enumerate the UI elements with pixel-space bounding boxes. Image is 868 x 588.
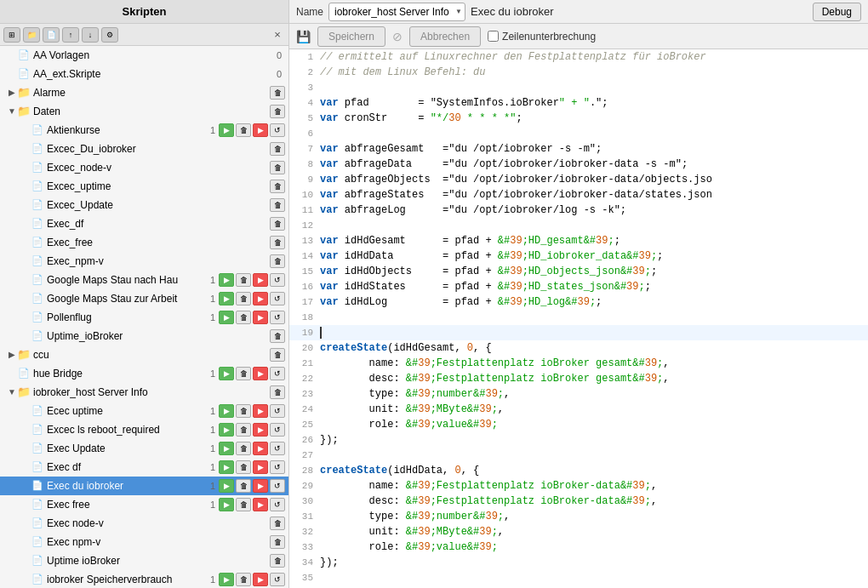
toolbar-download-btn[interactable]: ↓ xyxy=(82,27,99,43)
tree-item-exec-npm-v2[interactable]: 📄Exec npm-v🗑 xyxy=(0,533,288,551)
run-button[interactable]: ▶ xyxy=(219,123,234,137)
tree-container[interactable]: 📄AA Vorlagen0📄AA_ext.Skripte0▶📁Alarme🗑▼📁… xyxy=(0,46,288,588)
name-select[interactable]: iobroker_host Server Info xyxy=(328,3,465,21)
delete-button[interactable]: 🗑 xyxy=(270,142,285,156)
delete-button[interactable]: 🗑 xyxy=(270,180,285,193)
tree-item-ecec-uptime[interactable]: 📄Ecec uptime1▶🗑▶↺ xyxy=(0,402,288,420)
sync-button[interactable]: ↺ xyxy=(270,367,285,380)
delete-button[interactable]: 🗑 xyxy=(270,348,285,362)
delete-button[interactable]: 🗑 xyxy=(270,236,285,249)
tree-item-excec-node-v[interactable]: 📄Excec_node-v🗑 xyxy=(0,158,288,177)
line-break-label[interactable]: Zeilenunterbrechung xyxy=(488,31,596,43)
play-button[interactable]: ▶ xyxy=(253,442,268,455)
play-button[interactable]: ▶ xyxy=(253,367,268,380)
delete-button[interactable]: 🗑 xyxy=(270,105,285,118)
play-button[interactable]: ▶ xyxy=(253,460,268,474)
tree-item-google-maps-stau-zur-arbeit[interactable]: 📄Google Maps Stau zur Arbeit1▶🗑▶↺ xyxy=(0,289,288,308)
run-button[interactable]: ▶ xyxy=(219,292,234,305)
tree-item-excec-du-iobroker[interactable]: 📄Excec_Du_iobroker🗑 xyxy=(0,140,288,158)
sync-button[interactable]: ↺ xyxy=(270,423,285,437)
run-button[interactable]: ▶ xyxy=(219,273,234,287)
delete-button[interactable]: 🗑 xyxy=(270,329,285,343)
run-button[interactable]: ▶ xyxy=(219,573,234,586)
delete-button[interactable]: 🗑 xyxy=(236,311,251,324)
run-button[interactable]: ▶ xyxy=(219,311,234,324)
tree-item-uptime-iobroker[interactable]: 📄Uptime_ioBroker🗑 xyxy=(0,327,288,345)
tree-item-google-maps-stau-nach-hau[interactable]: 📄Google Maps Stau nach Hau1▶🗑▶↺ xyxy=(0,271,288,289)
sync-button[interactable]: ↺ xyxy=(270,273,285,287)
play-button[interactable]: ▶ xyxy=(253,479,268,493)
tree-item-iobroker-host-server-info[interactable]: ▼📁iobroker_host Server Info🗑 xyxy=(0,383,288,402)
code-editor[interactable]: 1// ermittelt auf Linuxrechner den Festp… xyxy=(289,49,868,588)
delete-button[interactable]: 🗑 xyxy=(236,404,251,418)
tree-item-iobroker-speicherverbrauch[interactable]: 📄iobroker Speicherverbrauch1▶🗑▶↺ xyxy=(0,570,288,588)
delete-button[interactable]: 🗑 xyxy=(236,292,251,305)
sync-button[interactable]: ↺ xyxy=(270,123,285,137)
delete-button[interactable]: 🗑 xyxy=(236,498,251,511)
delete-button[interactable]: 🗑 xyxy=(236,460,251,474)
play-button[interactable]: ▶ xyxy=(253,273,268,287)
delete-button[interactable]: 🗑 xyxy=(270,385,285,399)
delete-button[interactable]: 🗑 xyxy=(236,123,251,137)
delete-button[interactable]: 🗑 xyxy=(236,442,251,455)
tree-item-exec-free[interactable]: 📄Exec_free🗑 xyxy=(0,233,288,252)
tree-item-excec-uptime[interactable]: 📄Excec_uptime🗑 xyxy=(0,177,288,196)
tree-item-daten[interactable]: ▼📁Daten🗑 xyxy=(0,102,288,121)
sync-button[interactable]: ↺ xyxy=(270,442,285,455)
close-button[interactable]: × xyxy=(270,27,285,43)
tree-item-exec-df2[interactable]: 📄Exec df1▶🗑▶↺ xyxy=(0,458,288,477)
delete-button[interactable]: 🗑 xyxy=(236,573,251,586)
tree-item-exec-npm-v[interactable]: 📄Exec_npm-v🗑 xyxy=(0,252,288,271)
delete-button[interactable]: 🗑 xyxy=(236,423,251,437)
line-break-checkbox[interactable] xyxy=(488,31,499,42)
toolbar-grid-btn[interactable]: ⊞ xyxy=(3,27,20,43)
tree-item-ccu[interactable]: ▶📁ccu🗑 xyxy=(0,345,288,364)
toolbar-folder-btn[interactable]: 📁 xyxy=(23,27,40,43)
play-button[interactable]: ▶ xyxy=(253,123,268,137)
tree-item-exec-update[interactable]: 📄Exec Update1▶🗑▶↺ xyxy=(0,439,288,458)
tree-item-exec-du-iobroker[interactable]: 📄Exec du iobroker1▶🗑▶↺ xyxy=(0,477,288,495)
sync-button[interactable]: ↺ xyxy=(270,292,285,305)
play-button[interactable]: ▶ xyxy=(253,404,268,418)
run-button[interactable]: ▶ xyxy=(219,498,234,511)
run-button[interactable]: ▶ xyxy=(219,479,234,493)
play-button[interactable]: ▶ xyxy=(253,573,268,586)
delete-button[interactable]: 🗑 xyxy=(270,535,285,549)
delete-button[interactable]: 🗑 xyxy=(270,86,285,100)
delete-button[interactable]: 🗑 xyxy=(270,517,285,530)
delete-button[interactable]: 🗑 xyxy=(270,554,285,568)
play-button[interactable]: ▶ xyxy=(253,423,268,437)
run-button[interactable]: ▶ xyxy=(219,423,234,437)
run-button[interactable]: ▶ xyxy=(219,442,234,455)
cancel-button[interactable]: Abbrechen xyxy=(409,26,481,47)
toolbar-file-btn[interactable]: 📄 xyxy=(43,27,60,43)
tree-item-hue-bridge[interactable]: 📄hue Bridge1▶🗑▶↺ xyxy=(0,364,288,383)
delete-button[interactable]: 🗑 xyxy=(270,217,285,231)
run-button[interactable]: ▶ xyxy=(219,367,234,380)
tree-item-aa-vorlagen[interactable]: 📄AA Vorlagen0 xyxy=(0,46,288,65)
play-button[interactable]: ▶ xyxy=(253,498,268,511)
debug-button[interactable]: Debug xyxy=(813,3,861,21)
toolbar-settings-btn[interactable]: ⚙ xyxy=(101,27,118,43)
save-button[interactable]: Speichern xyxy=(317,26,385,47)
tree-item-exec-df[interactable]: 📄Exec_df🗑 xyxy=(0,214,288,233)
tree-item-exec-node-v[interactable]: 📄Exec node-v🗑 xyxy=(0,514,288,533)
sync-button[interactable]: ↺ xyxy=(270,311,285,324)
play-button[interactable]: ▶ xyxy=(253,292,268,305)
tree-item-aktienkurse[interactable]: 📄Aktienkurse1▶🗑▶↺ xyxy=(0,121,288,140)
toolbar-upload-btn[interactable]: ↑ xyxy=(62,27,79,43)
tree-item-excec-update[interactable]: 📄Excec_Update🗑 xyxy=(0,196,288,214)
tree-item-uptime-iobroker2[interactable]: 📄Uptime ioBroker🗑 xyxy=(0,551,288,570)
tree-item-alarme[interactable]: ▶📁Alarme🗑 xyxy=(0,83,288,102)
tree-item-aa-ext-skripte[interactable]: 📄AA_ext.Skripte0 xyxy=(0,65,288,83)
delete-button[interactable]: 🗑 xyxy=(236,273,251,287)
sync-button[interactable]: ↺ xyxy=(270,479,285,493)
delete-button[interactable]: 🗑 xyxy=(236,479,251,493)
tree-item-exec-free2[interactable]: 📄Exec free1▶🗑▶↺ xyxy=(0,495,288,514)
delete-button[interactable]: 🗑 xyxy=(236,367,251,380)
run-button[interactable]: ▶ xyxy=(219,404,234,418)
tree-item-pollenflug[interactable]: 📄Pollenflug1▶🗑▶↺ xyxy=(0,308,288,327)
run-button[interactable]: ▶ xyxy=(219,460,234,474)
delete-button[interactable]: 🗑 xyxy=(270,254,285,268)
sync-button[interactable]: ↺ xyxy=(270,404,285,418)
